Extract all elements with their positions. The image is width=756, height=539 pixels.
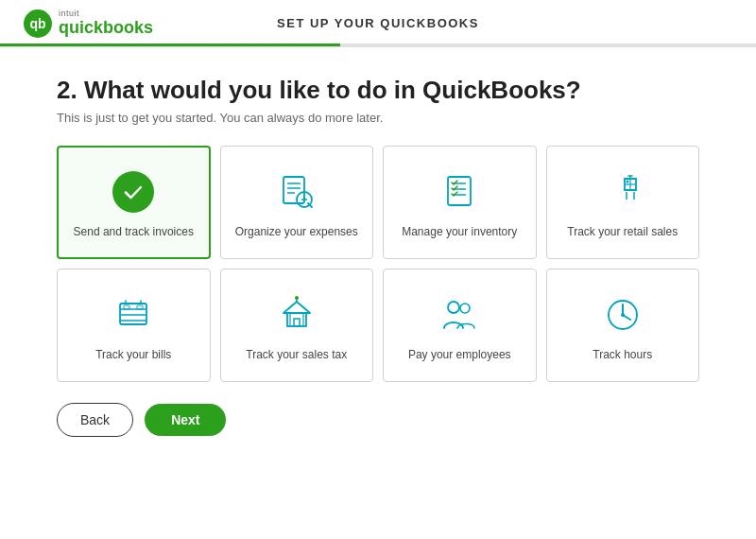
step-number-text: 2. (57, 76, 77, 104)
next-button[interactable]: Next (145, 404, 226, 436)
header: qb intuit quickbooks SET UP YOUR QUICKBO… (0, 0, 756, 47)
hours-icon (600, 292, 645, 338)
back-button[interactable]: Back (57, 403, 133, 437)
option-label-retail: Track your retail sales (567, 224, 678, 240)
option-pay-employees[interactable]: Pay your employees (383, 269, 537, 382)
intuit-label: intuit (59, 9, 153, 18)
progress-bar-fill (0, 43, 340, 46)
options-grid: Send and track invoices Organize your ex… (57, 146, 699, 382)
option-track-bills[interactable]: Track your bills (57, 269, 211, 382)
inventory-icon (437, 169, 482, 215)
svg-rect-10 (448, 177, 471, 205)
employees-icon (437, 292, 482, 338)
svg-point-16 (626, 180, 628, 183)
header-title: SET UP YOUR QUICKBOOKS (277, 16, 479, 30)
question-text: What would you like to do in QuickBooks? (84, 76, 581, 104)
subtitle-text: This is just to get you started. You can… (57, 111, 699, 125)
logo-area: qb intuit quickbooks (23, 9, 153, 39)
option-track-sales-tax[interactable]: Track your sales tax (220, 269, 374, 382)
option-send-track-invoices[interactable]: Send and track invoices (57, 146, 211, 259)
option-label-invoices: Send and track invoices (74, 224, 194, 240)
option-label-expenses: Organize your expenses (235, 224, 358, 240)
option-label-bills: Track your bills (95, 347, 171, 363)
option-label-hours: Track hours (593, 347, 652, 363)
quickbooks-logo-icon: qb (23, 9, 53, 39)
buttons-row: Back Next (57, 403, 699, 437)
svg-point-31 (295, 296, 299, 300)
step-number: 2. What would you like to do in QuickBoo… (57, 76, 699, 105)
bills-icon (111, 292, 156, 338)
svg-point-35 (460, 304, 470, 313)
option-label-inventory: Manage your inventory (402, 224, 517, 240)
expenses-icon (274, 169, 319, 215)
option-manage-inventory[interactable]: Manage your inventory (383, 146, 537, 259)
option-organize-expenses[interactable]: Organize your expenses (220, 146, 374, 259)
svg-text:qb: qb (29, 16, 45, 31)
main-content: 2. What would you like to do in QuickBoo… (0, 47, 756, 456)
sales-tax-icon (274, 292, 319, 338)
logo-text-group: intuit quickbooks (59, 9, 153, 38)
svg-point-39 (621, 313, 625, 317)
option-label-employees: Pay your employees (408, 347, 511, 363)
brand-label: quickbooks (59, 18, 153, 37)
option-label-sales-tax: Track your sales tax (246, 347, 347, 363)
svg-marker-28 (284, 302, 310, 313)
option-track-hours[interactable]: Track hours (546, 269, 700, 382)
svg-point-34 (448, 302, 459, 313)
svg-rect-29 (294, 319, 300, 326)
svg-rect-2 (284, 177, 304, 203)
invoice-icon (111, 169, 156, 215)
retail-icon (600, 169, 645, 215)
option-track-retail-sales[interactable]: Track your retail sales (546, 146, 700, 259)
progress-bar-container (0, 43, 756, 46)
